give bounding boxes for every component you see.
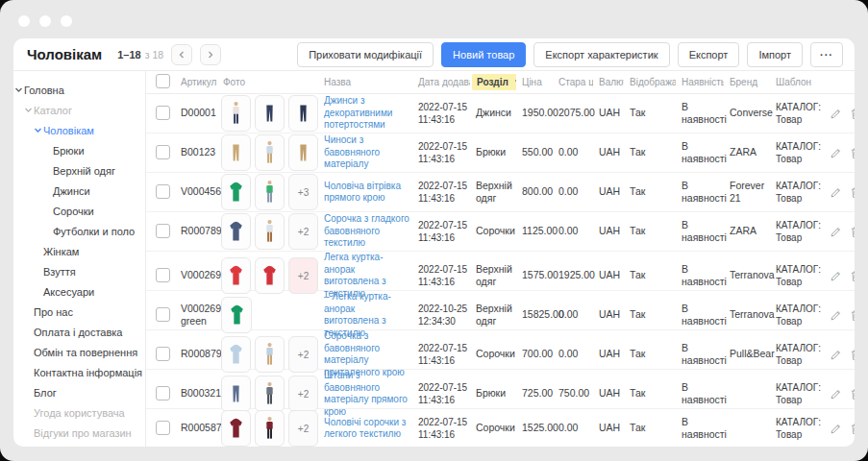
product-thumbnail[interactable] bbox=[221, 134, 251, 171]
row-checkbox[interactable] bbox=[156, 268, 170, 282]
sorted-column-highlight[interactable]: Розділ bbox=[472, 74, 516, 90]
product-thumbnail[interactable] bbox=[255, 376, 285, 412]
product-thumbnail[interactable] bbox=[221, 297, 252, 333]
sidebar-item[interactable]: Взуття bbox=[13, 261, 145, 281]
product-thumbnail[interactable] bbox=[221, 376, 251, 412]
more-photos-badge[interactable]: +2 bbox=[288, 213, 318, 250]
product-thumbnail[interactable] bbox=[255, 410, 285, 447]
sidebar-item[interactable]: Чоловікам bbox=[13, 120, 145, 140]
product-thumbnail[interactable] bbox=[221, 174, 251, 210]
more-actions-button[interactable]: ··· bbox=[810, 42, 843, 67]
sidebar-item[interactable]: Брюки bbox=[13, 140, 145, 160]
sidebar-item[interactable]: Верхній одяг bbox=[13, 160, 145, 181]
column-header[interactable]: Шаблон bbox=[770, 77, 830, 87]
edit-button[interactable] bbox=[830, 388, 842, 400]
column-header[interactable]: Валюта bbox=[593, 77, 624, 87]
sidebar-item[interactable]: Обмін та повернення bbox=[13, 342, 145, 362]
product-thumbnail[interactable] bbox=[255, 213, 285, 250]
product-name-link[interactable]: Чоловіча вітрівка прямого крою bbox=[324, 181, 412, 205]
sidebar-item[interactable]: Мапа сайту bbox=[13, 443, 145, 447]
edit-button[interactable] bbox=[830, 226, 842, 238]
sidebar-item[interactable]: Головна bbox=[13, 80, 145, 100]
row-checkbox[interactable] bbox=[156, 307, 170, 322]
edit-button[interactable] bbox=[830, 108, 842, 120]
row-checkbox[interactable] bbox=[156, 145, 170, 159]
delete-button[interactable] bbox=[850, 309, 855, 322]
edit-button[interactable] bbox=[830, 186, 842, 199]
edit-button[interactable] bbox=[830, 270, 842, 282]
more-photos-badge[interactable]: +3 bbox=[288, 174, 318, 210]
import-button[interactable]: Імпорт bbox=[747, 42, 803, 67]
delete-button[interactable] bbox=[850, 226, 855, 238]
more-photos-badge[interactable]: +2 bbox=[288, 376, 318, 412]
product-thumbnail[interactable] bbox=[288, 95, 318, 132]
column-header[interactable]: Назва bbox=[318, 77, 412, 87]
product-name-link[interactable]: Штани з бавовняного матеріалу прямого кр… bbox=[324, 370, 412, 418]
row-checkbox[interactable] bbox=[156, 224, 170, 238]
sidebar-item[interactable]: Каталог bbox=[13, 100, 145, 120]
sidebar-item[interactable]: Відгуки про магазин bbox=[13, 423, 145, 443]
edit-button[interactable] bbox=[830, 147, 842, 159]
row-checkbox[interactable] bbox=[156, 347, 170, 361]
column-header[interactable]: Наявність bbox=[676, 77, 724, 87]
sidebar-item[interactable]: Оплата і доставка bbox=[13, 322, 145, 342]
delete-button[interactable] bbox=[850, 423, 855, 435]
delete-button[interactable] bbox=[850, 270, 855, 282]
sidebar-item[interactable]: Контактна інформація bbox=[13, 362, 145, 382]
column-header[interactable]: Артикул bbox=[175, 77, 217, 87]
product-thumbnail[interactable] bbox=[221, 213, 251, 250]
sidebar-item[interactable]: Футболки и поло bbox=[13, 221, 145, 241]
more-photos-badge[interactable]: +2 bbox=[288, 336, 318, 373]
product-thumbnail[interactable] bbox=[288, 134, 318, 171]
delete-button[interactable] bbox=[850, 108, 855, 120]
product-thumbnail[interactable] bbox=[255, 95, 285, 132]
column-header[interactable]: Дата додавання bbox=[412, 77, 470, 87]
sidebar-item[interactable]: Угода користувача bbox=[13, 402, 145, 423]
export-button[interactable]: Експорт bbox=[678, 42, 740, 67]
select-all-checkbox[interactable] bbox=[156, 74, 170, 88]
product-thumbnail[interactable] bbox=[221, 95, 251, 132]
product-name-link[interactable]: Чоловічі сорочки з легкого текстилю bbox=[324, 417, 412, 441]
edit-button[interactable] bbox=[830, 309, 842, 322]
sidebar-item[interactable]: Блог bbox=[13, 382, 145, 402]
product-thumbnail[interactable] bbox=[255, 174, 285, 210]
column-header[interactable]: Відображати bbox=[624, 77, 676, 87]
hide-modifications-button[interactable]: Приховати модифікації bbox=[297, 42, 434, 67]
sidebar-item[interactable]: Жінкам bbox=[13, 241, 145, 261]
new-product-button[interactable]: Новий товар bbox=[441, 42, 526, 67]
column-header[interactable]: Ціна bbox=[516, 77, 553, 87]
row-checkbox[interactable] bbox=[156, 386, 170, 400]
column-header[interactable]: Стара ціна bbox=[553, 77, 593, 87]
product-thumbnail[interactable] bbox=[221, 257, 251, 294]
next-page-button[interactable] bbox=[200, 44, 221, 65]
product-name-link[interactable]: Чиноси з бавовняного матеріалу bbox=[324, 134, 412, 171]
edit-button[interactable] bbox=[830, 349, 842, 361]
delete-button[interactable] bbox=[850, 388, 855, 400]
row-checkbox[interactable] bbox=[156, 106, 170, 120]
product-name-link[interactable]: Сорочка з гладкого бавовняного текстилю bbox=[324, 213, 412, 250]
more-photos-badge[interactable]: +2 bbox=[288, 410, 318, 447]
delete-button[interactable] bbox=[850, 349, 855, 361]
edit-button[interactable] bbox=[830, 423, 842, 435]
delete-button[interactable] bbox=[850, 147, 855, 159]
product-thumbnail[interactable] bbox=[221, 410, 251, 447]
product-thumbnail[interactable] bbox=[255, 257, 285, 294]
sidebar-item[interactable]: Про нас bbox=[13, 302, 145, 322]
export-characteristics-button[interactable]: Експорт характеристик bbox=[533, 42, 669, 67]
product-thumbnail[interactable] bbox=[255, 134, 285, 171]
row-checkbox[interactable] bbox=[156, 184, 170, 199]
product-name-link[interactable]: Джинси з декоративними потертостями bbox=[324, 95, 412, 132]
column-header[interactable]: Розділ bbox=[470, 74, 516, 90]
sidebar-item[interactable]: Джинси bbox=[13, 181, 145, 201]
sidebar-item[interactable]: Сорочки bbox=[13, 201, 145, 221]
prev-page-button[interactable] bbox=[171, 44, 192, 65]
column-header[interactable]: Бренд bbox=[724, 77, 770, 87]
product-thumbnail[interactable] bbox=[255, 336, 285, 373]
row-checkbox[interactable] bbox=[156, 421, 170, 435]
more-photos-badge[interactable]: +2 bbox=[288, 257, 318, 294]
product-thumbnail[interactable] bbox=[221, 336, 251, 373]
checkbox-cell bbox=[156, 421, 175, 437]
delete-button[interactable] bbox=[850, 186, 855, 199]
sidebar-item[interactable]: Аксесуари bbox=[13, 281, 145, 302]
column-header[interactable]: Фото bbox=[217, 77, 318, 87]
